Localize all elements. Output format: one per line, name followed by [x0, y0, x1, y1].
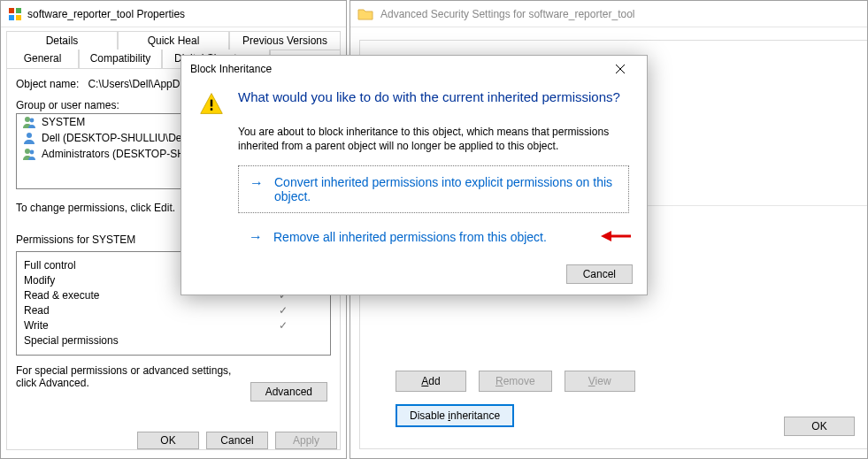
svg-rect-3: [16, 15, 21, 20]
dialog-heading: What would you like to do with the curre…: [238, 89, 620, 104]
option-remove-permissions[interactable]: → Remove all inherited permissions from …: [238, 226, 629, 248]
tab-general[interactable]: General: [6, 50, 79, 69]
svg-point-5: [30, 119, 35, 123]
tab-compatibility[interactable]: Compatibility: [79, 50, 162, 69]
app-icon: [8, 7, 22, 21]
perm-label: Special permissions: [24, 334, 270, 347]
group-item-label: Dell (DESKTOP-SHULLIU\Dell): [42, 132, 190, 144]
svg-rect-1: [16, 8, 21, 13]
advanced-title: Advanced Security Settings for software_…: [380, 8, 634, 20]
svg-rect-2: [9, 15, 14, 20]
svg-rect-10: [211, 108, 212, 111]
dialog-titlebar[interactable]: Block Inheritance: [181, 56, 647, 82]
option-convert-permissions[interactable]: → Convert inherited permissions into exp…: [238, 165, 629, 213]
view-button: View: [565, 371, 635, 392]
advanced-hint: For special permissions or advanced sett…: [16, 364, 246, 389]
arrow-right-icon: →: [250, 176, 264, 190]
properties-titlebar[interactable]: software_reporter_tool Properties: [1, 1, 346, 27]
user-icon: [22, 131, 36, 145]
svg-rect-0: [9, 8, 14, 13]
properties-title: software_reporter_tool Properties: [27, 8, 185, 20]
block-inheritance-dialog: Block Inheritance What would you like to…: [181, 55, 648, 295]
tab-previous-versions[interactable]: Previous Versions: [229, 31, 341, 50]
svg-point-6: [27, 133, 32, 138]
perm-label: Write: [24, 319, 270, 332]
warning-icon: [199, 91, 224, 116]
svg-point-8: [30, 150, 35, 155]
svg-point-7: [25, 149, 30, 154]
tab-details[interactable]: Details: [6, 31, 118, 50]
advanced-titlebar[interactable]: Advanced Security Settings for software_…: [350, 1, 867, 27]
option-label: Remove all inherited permissions from th…: [273, 230, 547, 244]
folder-icon: [357, 7, 373, 21]
perm-label: Read: [24, 304, 270, 317]
user-icon: [22, 115, 36, 129]
svg-rect-9: [211, 100, 212, 107]
disable-inheritance-button[interactable]: Disable inheritance: [396, 404, 514, 427]
annotation-arrow-icon: [601, 229, 631, 246]
svg-point-4: [25, 117, 30, 122]
ok-button[interactable]: OK: [784, 417, 855, 436]
user-icon: [22, 147, 36, 161]
dialog-title: Block Inheritance: [190, 63, 272, 75]
check-icon: ✓: [270, 304, 296, 317]
remove-button: Remove: [479, 371, 552, 392]
object-name-label: Object name:: [16, 78, 79, 90]
close-icon[interactable]: [603, 57, 638, 81]
advanced-button[interactable]: Advanced: [250, 382, 327, 402]
cancel-button[interactable]: Cancel: [566, 264, 633, 284]
object-name-value: C:\Users\Dell\AppData: [88, 78, 195, 90]
option-label: Convert inherited permissions into expli…: [274, 175, 618, 203]
check-icon: ✓: [270, 319, 296, 332]
add-button[interactable]: Add: [396, 371, 466, 392]
arrow-right-icon: →: [249, 230, 263, 244]
group-item-label: SYSTEM: [42, 116, 85, 128]
tab-quick-heal[interactable]: Quick Heal: [118, 31, 229, 50]
dialog-description: You are about to block inheritance to th…: [238, 125, 618, 153]
